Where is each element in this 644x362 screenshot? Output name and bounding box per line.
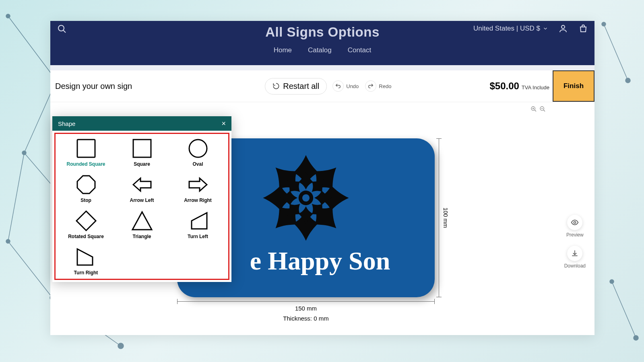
redo-button[interactable] (365, 80, 376, 92)
svg-rect-33 (77, 140, 95, 157)
svg-point-35 (189, 140, 207, 157)
svg-line-0 (8, 16, 56, 80)
price-tax-label: TVA Include (522, 84, 549, 90)
shape-label: Turn Right (74, 270, 98, 276)
dimension-width: 150 mm Thickness: 0 mm (177, 301, 435, 322)
dimension-height: 100 mm (439, 138, 449, 297)
shape-icon (75, 137, 97, 160)
shape-option-arrow-right[interactable]: Arrow Right (171, 173, 225, 203)
zoom-in-icon (530, 106, 537, 112)
shape-option-turn-left[interactable]: Turn Left (171, 210, 225, 239)
finish-button[interactable]: Finish (553, 70, 594, 102)
svg-line-27 (543, 110, 545, 111)
search-button[interactable] (56, 23, 68, 35)
svg-rect-34 (133, 140, 151, 157)
shape-option-arrow-left[interactable]: Arrow Left (115, 173, 169, 203)
svg-point-32 (574, 222, 576, 224)
shape-label: Stop (80, 197, 91, 203)
shape-option-square[interactable]: Square (115, 137, 169, 167)
redo-icon (367, 83, 374, 89)
svg-point-15 (602, 22, 606, 26)
shape-label: Turn Left (188, 234, 208, 239)
shape-label: Arrow Left (130, 197, 154, 203)
refresh-icon (272, 82, 280, 90)
shape-icon (187, 210, 209, 232)
shape-label: Triangle (132, 234, 151, 239)
svg-point-21 (561, 25, 565, 29)
region-selector[interactable]: United States | USD $ (473, 25, 548, 33)
svg-marker-40 (132, 212, 152, 230)
design-toolbar: Design your own sign Restart all Undo Re… (50, 70, 594, 102)
shape-option-stop[interactable]: Stop (59, 173, 113, 203)
shape-label: Oval (192, 161, 203, 167)
svg-line-20 (63, 30, 66, 33)
preview-button[interactable]: Preview (566, 215, 584, 238)
svg-marker-42 (77, 249, 93, 265)
shape-label: Rotated Square (68, 234, 104, 239)
main-nav: Home Catalog Contact (50, 43, 594, 54)
chevron-down-icon (543, 26, 548, 31)
shape-option-oval[interactable]: Oval (171, 137, 225, 167)
shape-icon (187, 137, 209, 160)
svg-point-12 (6, 239, 10, 243)
bag-icon (578, 24, 588, 33)
page-title: Design your own sign (55, 82, 132, 91)
undo-icon (335, 83, 341, 89)
shape-icon (75, 246, 97, 268)
svg-point-10 (22, 151, 26, 155)
download-icon (571, 249, 579, 257)
shape-option-rounded-square[interactable]: Rounded Square (59, 137, 113, 167)
eye-icon (571, 218, 579, 226)
shape-option-rotated-square[interactable]: Rotated Square (59, 210, 113, 239)
brand-title: All Signs Options (265, 25, 380, 40)
sign-main-text[interactable]: e Happy Son (222, 246, 390, 276)
redo-label: Redo (379, 83, 391, 89)
zoom-out-button[interactable] (539, 105, 546, 113)
nav-home[interactable]: Home (274, 46, 292, 54)
svg-marker-36 (77, 176, 95, 193)
shape-panel: Shape × Rounded SquareSquareOvalStopArro… (52, 116, 231, 282)
shape-icon (131, 173, 153, 196)
zoom-out-icon (539, 106, 546, 112)
thickness-label: Thickness: 0 mm (177, 315, 435, 322)
restart-button[interactable]: Restart all (265, 78, 327, 95)
account-button[interactable] (558, 23, 568, 34)
shape-icon (75, 210, 97, 232)
svg-line-6 (612, 282, 636, 338)
svg-line-23 (535, 110, 536, 111)
svg-marker-38 (189, 178, 207, 191)
svg-point-16 (625, 78, 630, 83)
undo-button[interactable] (332, 80, 344, 92)
canvas-area: e Happy Son 100 mm 150 mm Thickness: 0 m… (50, 102, 594, 335)
mandala-ornament-icon (254, 146, 358, 250)
svg-point-8 (6, 14, 10, 18)
svg-point-31 (302, 194, 310, 202)
nav-contact[interactable]: Contact (348, 46, 372, 54)
shape-icon (131, 210, 153, 232)
shape-option-triangle[interactable]: Triangle (115, 210, 169, 239)
shape-icon (75, 173, 97, 196)
svg-line-5 (604, 24, 628, 80)
svg-point-29 (304, 158, 308, 162)
svg-point-14 (118, 343, 124, 349)
shape-icon (187, 173, 209, 196)
shape-panel-title: Shape (58, 120, 75, 127)
svg-marker-39 (76, 211, 96, 230)
undo-label: Undo (346, 83, 359, 89)
zoom-in-button[interactable] (530, 105, 537, 113)
svg-point-17 (610, 280, 614, 284)
price-value: $50.00 (489, 80, 519, 92)
nav-catalog[interactable]: Catalog (308, 46, 332, 54)
svg-point-18 (634, 335, 638, 340)
shape-panel-close[interactable]: × (221, 120, 226, 127)
shape-label: Square (134, 161, 150, 167)
app-window: All Signs Options United States | USD $ … (50, 21, 594, 335)
user-icon (558, 24, 568, 33)
svg-line-3 (8, 241, 52, 298)
shape-label: Rounded Square (66, 161, 105, 167)
svg-point-19 (58, 25, 64, 31)
cart-button[interactable] (578, 23, 588, 34)
svg-line-4 (8, 153, 24, 241)
download-button[interactable]: Download (564, 246, 586, 269)
shape-option-turn-right[interactable]: Turn Right (59, 246, 113, 276)
